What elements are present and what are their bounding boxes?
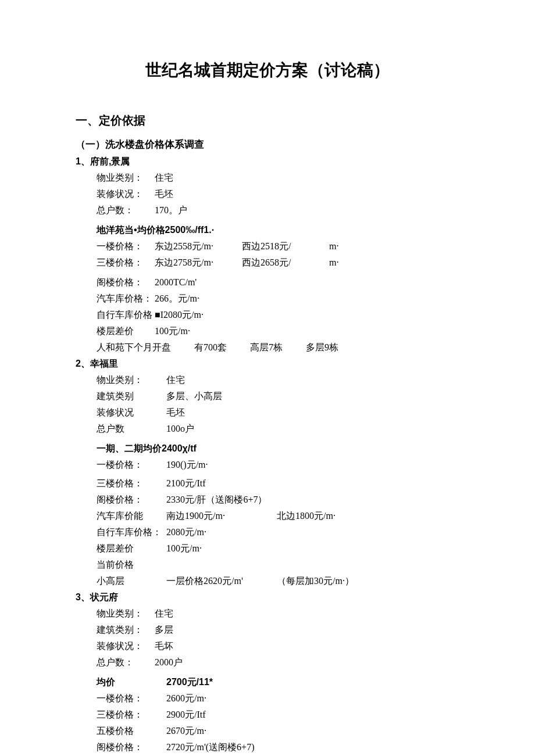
p1-floordiff-value: 100元/m· [155,324,190,338]
p3-attic-label: 阁楼价格： [97,740,166,754]
p3-build-value: 多层 [155,623,173,637]
p1-deco-value: 毛坯 [155,187,173,201]
p3-floor3-label: 三楼价格： [97,708,166,722]
p3-attic-value: 2720元/m'(送阁楼6+7) [166,740,254,754]
p2-deco-value: 毛坯 [166,406,185,420]
p1-note-d: 多层9栋 [306,341,338,354]
section-1-heading: 一、定价依据 [76,112,459,129]
p2-floor3-value: 2100元/Itf [166,476,206,490]
p2-current-label: 当前价格 [97,558,166,572]
p2-garage-north: 北边1800元/m· [277,509,336,523]
p1-type-value: 住宅 [155,171,173,185]
p1-note-row: 人和苑下个月开盘 有700套 高层7栋 多层9栋 [97,341,459,354]
p3-households-label: 总户数： [97,655,155,669]
p2-smallhigh-inc: （每层加30元/m·） [277,574,354,588]
p2-smallhigh-label: 小高层 [97,574,166,588]
p1-floor3-unit: m· [329,256,338,270]
p3-deco-label: 装修状况： [97,639,155,653]
p1-floordiff-label: 楼层差价 [97,324,155,338]
p3-floor3-value: 2900元/Itf [166,708,206,722]
p1-floor1-east: 东边2558元/m· [155,239,242,253]
p1-floor3-label: 三楼价格： [97,256,155,270]
p3-households-value: 2000户 [155,655,183,669]
p1-note-a: 人和苑下个月开盘 [97,341,171,354]
p1-attic-value: 2000TC/m' [155,275,197,289]
p1-note-b: 有700套 [194,341,227,354]
p2-build-value: 多层、小高层 [166,389,222,403]
property-1-block: 物业类别：住宅 装修状况：毛坯 总户数：170。户 地洋苑当•均价格2500‰/… [97,171,459,354]
p3-floor1-label: 一楼价格： [97,691,166,705]
property-2-block: 物业类别：住宅 建筑类别多层、小高层 装修状况毛坯 总户数100o户 一期、二期… [97,373,459,588]
survey-heading: （一）洗水楼盘价格体系调查 [76,137,459,152]
property-2-heading: 2、幸福里 [76,357,459,371]
p2-smallhigh-price: 一层价格2620元/m' [166,574,277,588]
p1-floor3-west: 西边2658元/ [242,256,329,270]
p1-deco-label: 装修状况： [97,187,155,201]
p1-attic-label: 阁楼价格： [97,275,155,289]
p1-households-label: 总户数： [97,203,155,217]
p3-avg-value: 2700元/11* [166,675,213,689]
p2-floordiff-value: 100元/m· [166,542,202,556]
p3-floor1-value: 2600元/m· [166,691,206,705]
p2-households-label: 总户数 [97,422,166,436]
p2-type-value: 住宅 [166,373,185,387]
p3-build-label: 建筑类别： [97,623,155,637]
p3-floor5-label: 五楼价格 [97,724,166,738]
p3-floor5-value: 2670元/m· [166,724,206,738]
p2-garage-label: 汽车库价能 [97,509,166,523]
p1-type-label: 物业类别： [97,171,155,185]
p2-bike-value: 2080元/m· [166,525,206,539]
p2-garage-south: 南边1900元/m· [166,509,277,523]
p3-avg-label: 均价 [97,675,166,689]
p2-floor1-label: 一楼价格： [97,458,166,472]
p1-garage-value: 266。元/m· [155,292,199,306]
p2-avg-price-line: 一期、二期均价2400χ/tf [97,442,459,456]
p2-deco-label: 装修状况 [97,406,166,420]
property-1-heading: 1、府前,景属 [76,155,459,169]
p1-bike-label: 自行车库价格 [97,308,155,322]
p1-note-c: 高层7栋 [250,341,283,354]
property-3-heading: 3、状元府 [76,590,459,604]
p2-bike-label: 自行车库价格： [97,525,166,539]
p3-type-label: 物业类别： [97,607,155,621]
p3-type-value: 住宅 [155,607,173,621]
p2-floor1-value: 190()元/m· [166,458,208,472]
p2-attic-label: 阁楼价格： [97,493,166,507]
p1-bike-value: ■I2080元/m· [155,308,204,322]
page-title: 世纪名城首期定价方案（讨论稿） [76,58,459,83]
p3-deco-value: 毛坏 [155,639,173,653]
p2-floordiff-label: 楼层差价 [97,542,166,556]
p2-floor3-label: 三楼价格： [97,476,166,490]
p2-build-label: 建筑类别 [97,389,166,403]
p1-floor3-east: 东边2758元/m· [155,256,242,270]
p1-floor1-west: 西边2518元/ [242,239,329,253]
p1-households-value: 170。户 [155,203,187,217]
p1-floor1-unit: m· [329,239,338,253]
p2-attic-value: 2330元/肝（送阁楼6+7） [166,493,267,507]
p2-type-label: 物业类别： [97,373,166,387]
p1-avg-price-line: 地洋苑当•均价格2500‰/ff1.· [97,223,459,237]
p1-floor1-label: 一楼价格： [97,239,155,253]
p2-households-value: 100o户 [166,422,194,436]
p1-garage-label: 汽车库价格： [97,292,155,306]
property-3-block: 物业类别：住宅 建筑类别：多层 装修状况：毛坏 总户数：2000户 均价 270… [97,607,459,757]
